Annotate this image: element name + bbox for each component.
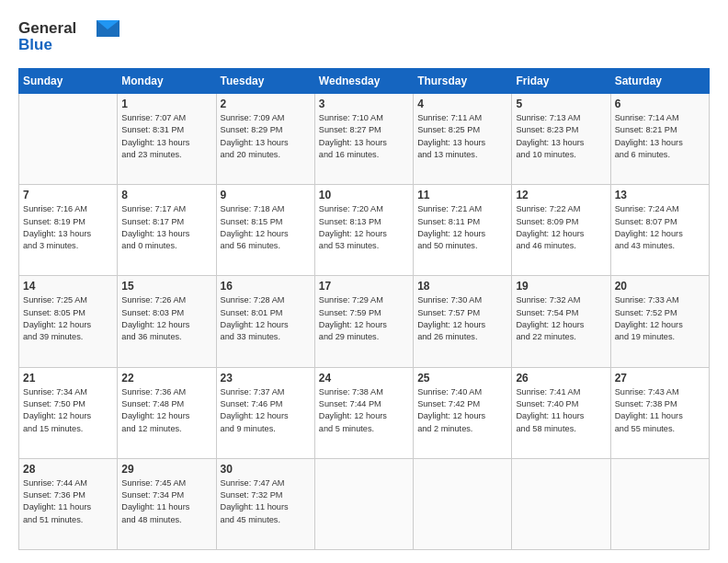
day-info: Sunrise: 7:17 AM Sunset: 8:17 PM Dayligh…: [121, 203, 211, 252]
day-number: 21: [23, 372, 113, 385]
calendar-weekday-wednesday: Wednesday: [314, 69, 413, 94]
calendar-cell: 19Sunrise: 7:32 AM Sunset: 7:54 PM Dayli…: [512, 276, 610, 367]
calendar-cell: 5Sunrise: 7:13 AM Sunset: 8:23 PM Daylig…: [512, 94, 610, 185]
day-info: Sunrise: 7:47 AM Sunset: 7:32 PM Dayligh…: [221, 477, 311, 526]
calendar-cell: 11Sunrise: 7:21 AM Sunset: 8:11 PM Dayli…: [414, 185, 512, 276]
day-number: 13: [615, 189, 705, 201]
day-info: Sunrise: 7:21 AM Sunset: 8:11 PM Dayligh…: [417, 203, 507, 252]
calendar-cell: 28Sunrise: 7:44 AM Sunset: 7:36 PM Dayli…: [19, 458, 118, 549]
day-info: Sunrise: 7:41 AM Sunset: 7:40 PM Dayligh…: [516, 386, 606, 435]
day-number: 15: [121, 280, 211, 293]
day-number: 4: [417, 98, 507, 110]
day-number: 6: [615, 98, 705, 110]
calendar-cell: 1Sunrise: 7:07 AM Sunset: 8:31 PM Daylig…: [118, 94, 216, 185]
calendar-cell: [414, 458, 512, 549]
calendar-cell: 15Sunrise: 7:26 AM Sunset: 8:03 PM Dayli…: [118, 276, 216, 367]
day-number: 2: [221, 98, 311, 110]
day-number: 24: [319, 372, 409, 385]
calendar-cell: 16Sunrise: 7:28 AM Sunset: 8:01 PM Dayli…: [216, 276, 314, 367]
day-number: 30: [221, 463, 311, 476]
calendar-weekday-thursday: Thursday: [414, 69, 512, 94]
day-number: 27: [615, 372, 705, 385]
day-info: Sunrise: 7:10 AM Sunset: 8:27 PM Dayligh…: [319, 112, 409, 161]
calendar-weekday-sunday: Sunday: [19, 69, 118, 94]
calendar-cell: 24Sunrise: 7:38 AM Sunset: 7:44 PM Dayli…: [314, 367, 413, 458]
calendar-week-row: 28Sunrise: 7:44 AM Sunset: 7:36 PM Dayli…: [19, 458, 710, 549]
day-number: 25: [417, 372, 507, 385]
calendar-cell: 22Sunrise: 7:36 AM Sunset: 7:48 PM Dayli…: [118, 367, 216, 458]
day-number: 9: [221, 189, 311, 201]
day-number: 1: [121, 98, 211, 110]
day-info: Sunrise: 7:38 AM Sunset: 7:44 PM Dayligh…: [319, 386, 409, 435]
day-info: Sunrise: 7:16 AM Sunset: 8:19 PM Dayligh…: [23, 203, 113, 252]
day-number: 26: [516, 372, 606, 385]
day-info: Sunrise: 7:07 AM Sunset: 8:31 PM Dayligh…: [121, 112, 211, 161]
day-info: Sunrise: 7:26 AM Sunset: 8:03 PM Dayligh…: [121, 294, 211, 343]
day-info: Sunrise: 7:11 AM Sunset: 8:25 PM Dayligh…: [417, 112, 507, 161]
day-number: 16: [221, 280, 311, 293]
day-info: Sunrise: 7:44 AM Sunset: 7:36 PM Dayligh…: [23, 477, 113, 526]
day-number: 19: [516, 280, 606, 293]
logo-text-block: General Blue: [18, 17, 119, 59]
day-number: 29: [121, 463, 211, 476]
calendar-cell: 7Sunrise: 7:16 AM Sunset: 8:19 PM Daylig…: [19, 185, 118, 276]
day-info: Sunrise: 7:18 AM Sunset: 8:15 PM Dayligh…: [221, 203, 311, 252]
day-number: 22: [121, 372, 211, 385]
calendar-cell: 27Sunrise: 7:43 AM Sunset: 7:38 PM Dayli…: [610, 367, 709, 458]
day-info: Sunrise: 7:28 AM Sunset: 8:01 PM Dayligh…: [221, 294, 311, 343]
day-info: Sunrise: 7:29 AM Sunset: 7:59 PM Dayligh…: [319, 294, 409, 343]
calendar-cell: 26Sunrise: 7:41 AM Sunset: 7:40 PM Dayli…: [512, 367, 610, 458]
calendar-cell: 8Sunrise: 7:17 AM Sunset: 8:17 PM Daylig…: [118, 185, 216, 276]
calendar-cell: 25Sunrise: 7:40 AM Sunset: 7:42 PM Dayli…: [414, 367, 512, 458]
calendar-weekday-tuesday: Tuesday: [216, 69, 314, 94]
header: General Blue: [18, 17, 710, 59]
day-number: 23: [221, 372, 311, 385]
calendar-cell: 10Sunrise: 7:20 AM Sunset: 8:13 PM Dayli…: [314, 185, 413, 276]
day-info: Sunrise: 7:34 AM Sunset: 7:50 PM Dayligh…: [23, 386, 113, 435]
day-info: Sunrise: 7:45 AM Sunset: 7:34 PM Dayligh…: [121, 477, 211, 526]
calendar-table: SundayMondayTuesdayWednesdayThursdayFrid…: [18, 68, 710, 550]
day-info: Sunrise: 7:25 AM Sunset: 8:05 PM Dayligh…: [23, 294, 113, 343]
day-info: Sunrise: 7:33 AM Sunset: 7:52 PM Dayligh…: [615, 294, 705, 343]
calendar-week-row: 21Sunrise: 7:34 AM Sunset: 7:50 PM Dayli…: [19, 367, 710, 458]
calendar-week-row: 1Sunrise: 7:07 AM Sunset: 8:31 PM Daylig…: [19, 94, 710, 185]
calendar-weekday-saturday: Saturday: [610, 69, 709, 94]
day-number: 7: [23, 189, 113, 201]
day-info: Sunrise: 7:36 AM Sunset: 7:48 PM Dayligh…: [121, 386, 211, 435]
logo-svg: General Blue: [18, 17, 119, 55]
calendar-cell: 2Sunrise: 7:09 AM Sunset: 8:29 PM Daylig…: [216, 94, 314, 185]
calendar-cell: 29Sunrise: 7:45 AM Sunset: 7:34 PM Dayli…: [118, 458, 216, 549]
calendar-week-row: 7Sunrise: 7:16 AM Sunset: 8:19 PM Daylig…: [19, 185, 710, 276]
page: General Blue SundayMondayTuesdayWednesda…: [0, 0, 728, 563]
calendar-cell: 9Sunrise: 7:18 AM Sunset: 8:15 PM Daylig…: [216, 185, 314, 276]
calendar-cell: 17Sunrise: 7:29 AM Sunset: 7:59 PM Dayli…: [314, 276, 413, 367]
day-number: 20: [615, 280, 705, 293]
calendar-cell: 23Sunrise: 7:37 AM Sunset: 7:46 PM Dayli…: [216, 367, 314, 458]
calendar-cell: 12Sunrise: 7:22 AM Sunset: 8:09 PM Dayli…: [512, 185, 610, 276]
svg-text:General: General: [18, 19, 76, 37]
day-number: 8: [121, 189, 211, 201]
logo: General Blue: [18, 17, 119, 59]
day-number: 14: [23, 280, 113, 293]
day-number: 18: [417, 280, 507, 293]
calendar-cell: 14Sunrise: 7:25 AM Sunset: 8:05 PM Dayli…: [19, 276, 118, 367]
calendar-cell: 18Sunrise: 7:30 AM Sunset: 7:57 PM Dayli…: [414, 276, 512, 367]
day-number: 10: [319, 189, 409, 201]
calendar-cell: 20Sunrise: 7:33 AM Sunset: 7:52 PM Dayli…: [610, 276, 709, 367]
calendar-week-row: 14Sunrise: 7:25 AM Sunset: 8:05 PM Dayli…: [19, 276, 710, 367]
calendar-cell: 21Sunrise: 7:34 AM Sunset: 7:50 PM Dayli…: [19, 367, 118, 458]
day-info: Sunrise: 7:13 AM Sunset: 8:23 PM Dayligh…: [516, 112, 606, 161]
calendar-cell: [610, 458, 709, 549]
calendar-cell: [314, 458, 413, 549]
day-info: Sunrise: 7:40 AM Sunset: 7:42 PM Dayligh…: [417, 386, 507, 435]
calendar-cell: [19, 94, 118, 185]
calendar-cell: 30Sunrise: 7:47 AM Sunset: 7:32 PM Dayli…: [216, 458, 314, 549]
day-info: Sunrise: 7:43 AM Sunset: 7:38 PM Dayligh…: [615, 386, 705, 435]
day-number: 28: [23, 463, 113, 476]
calendar-cell: 3Sunrise: 7:10 AM Sunset: 8:27 PM Daylig…: [314, 94, 413, 185]
calendar-cell: 4Sunrise: 7:11 AM Sunset: 8:25 PM Daylig…: [414, 94, 512, 185]
day-number: 5: [516, 98, 606, 110]
day-number: 11: [417, 189, 507, 201]
day-info: Sunrise: 7:09 AM Sunset: 8:29 PM Dayligh…: [221, 112, 311, 161]
calendar-cell: 6Sunrise: 7:14 AM Sunset: 8:21 PM Daylig…: [610, 94, 709, 185]
